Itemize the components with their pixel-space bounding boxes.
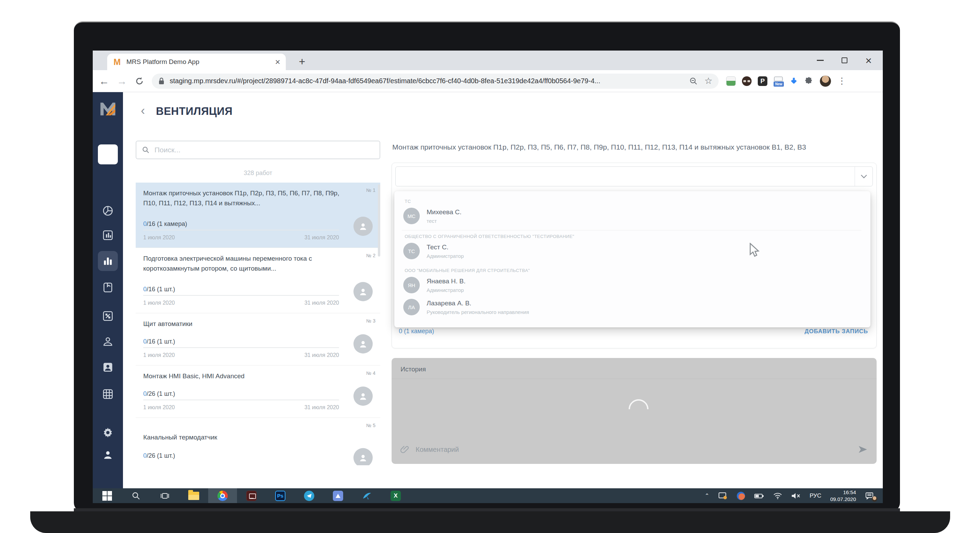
video-editor-button[interactable] (237, 488, 266, 503)
sidebar-item-settings-gear-icon[interactable] (102, 427, 114, 439)
tray-chevron-icon[interactable]: ⌃ (705, 492, 709, 499)
assignee-avatar[interactable] (353, 386, 373, 406)
dropdown-person[interactable]: МС Михеева С. тест (402, 205, 861, 227)
extension-p-icon[interactable]: P (758, 77, 767, 86)
search-icon (142, 146, 150, 154)
dropdown-person[interactable]: ТС Тест С. Администратор (402, 240, 861, 262)
browser-tab[interactable]: M MRS Platform Demo App × (107, 54, 286, 70)
task-view-icon (160, 492, 170, 500)
tray-battery-icon[interactable] (754, 492, 764, 499)
sidebar-item-badge-icon[interactable] (102, 361, 114, 373)
work-item-dates: 1 июля 202031 июля 2020 (143, 404, 339, 410)
work-item[interactable]: № 3 Щит автоматики 0/16 (1 шт.) 1 июля 2… (136, 313, 380, 365)
tray-clock[interactable]: 16:54 09.07.2020 (830, 489, 856, 503)
extensions-puzzle-icon[interactable] (805, 77, 813, 86)
comment-row (401, 442, 868, 457)
back-button[interactable]: ‹ (141, 105, 145, 117)
work-item[interactable]: № 4 Монтаж HMI Basic, HMI Advanced 0/26 … (136, 365, 380, 418)
windows-logo-icon (102, 491, 112, 501)
file-explorer-button[interactable] (179, 488, 208, 503)
photoshop-button[interactable]: Ps (266, 488, 295, 503)
browser-tabstrip: M MRS Platform Demo App × + × (93, 51, 883, 70)
bird-app-button[interactable] (352, 488, 381, 503)
comment-input[interactable] (416, 446, 852, 453)
sidebar-item-bar-chart-icon[interactable] (102, 255, 114, 267)
tray-time: 16:54 (830, 489, 856, 496)
end-date: 31 июля 2020 (304, 235, 339, 241)
list-scrollbar[interactable] (378, 184, 380, 257)
assignee-select[interactable] (395, 166, 873, 187)
browser-menu-icon[interactable]: ⋮ (837, 76, 846, 86)
sidebar-item-widgets-icon[interactable] (102, 310, 114, 322)
taskbar-search[interactable] (122, 488, 150, 503)
extension-new-icon[interactable]: New (773, 77, 783, 86)
zoom-icon[interactable] (689, 77, 698, 85)
chrome-taskbar-button[interactable] (208, 488, 237, 503)
work-item-dates: 1 июля 202031 июля 2020 (143, 235, 339, 241)
assignee-avatar[interactable] (353, 334, 373, 354)
reload-icon[interactable] (135, 77, 144, 86)
back-icon[interactable]: ← (99, 76, 109, 86)
search-input[interactable] (154, 146, 374, 154)
work-item[interactable]: № 2 Подготовка электрической машины пере… (136, 248, 380, 313)
chevron-down-icon[interactable] (854, 167, 872, 186)
assignee-avatar[interactable] (353, 282, 373, 301)
mrs-logo[interactable] (95, 96, 121, 122)
card-bottom-row: 0 (1 камера) ДОБАВИТЬ ЗАПИСЬ (399, 328, 868, 335)
new-tab-button[interactable]: + (299, 55, 305, 68)
dropdown-person[interactable]: ЯН Янаева Н. В. Администратор (402, 274, 861, 297)
extension-mail-icon[interactable] (726, 77, 736, 86)
start-button[interactable] (93, 488, 122, 503)
dropdown-person[interactable]: ЛА Лазарева А. В. Руководитель региональ… (402, 297, 861, 318)
restore-icon[interactable] (842, 57, 847, 63)
tray-language[interactable]: РУС (810, 492, 821, 499)
assignee-avatar[interactable] (353, 448, 373, 465)
person-initials-avatar: МС (403, 208, 420, 224)
sidebar-item-grid-icon[interactable] (102, 388, 114, 400)
bookmark-star-icon[interactable]: ☆ (705, 76, 713, 86)
address-bar[interactable]: staging.mp.mrsdev.ru/#/project/28989714-… (152, 73, 719, 89)
send-icon[interactable] (858, 445, 868, 453)
work-item-number: № 3 (366, 318, 375, 324)
work-item[interactable]: № 5 Канальный термодатчик 0/26 (1 шт.) (136, 418, 380, 465)
sidebar-item-profile-icon[interactable] (102, 449, 114, 461)
tray-wifi-icon[interactable] (773, 492, 782, 499)
assignee-avatar[interactable] (353, 217, 373, 236)
tray-volume-muted-icon[interactable] (791, 492, 801, 499)
person-role: Администратор (426, 287, 465, 293)
sidebar-item-chart-board-icon[interactable] (102, 229, 114, 241)
work-item-progress: 0/16 (1 шт.) (143, 338, 175, 345)
windows-taskbar: Ps X ⌃ РУС 16:54 09.07.2020 (93, 488, 883, 503)
person-icon (358, 287, 368, 297)
person-icon (358, 453, 368, 463)
sidebar-item-pie-chart-icon[interactable] (102, 205, 114, 217)
telegram-button[interactable] (295, 488, 324, 503)
person-icon (358, 222, 368, 231)
progress-track (143, 295, 339, 296)
sidebar-company-tile[interactable] (98, 144, 118, 164)
cloud-app-button[interactable] (324, 488, 352, 503)
profile-avatar[interactable] (819, 75, 831, 87)
attach-icon[interactable] (401, 445, 409, 454)
work-list-panel: 328 работ № 1 Монтаж приточных установок… (136, 138, 380, 465)
work-item-number: № 5 (366, 423, 375, 428)
sidebar-item-journal-icon[interactable] (102, 282, 114, 293)
start-date: 1 июля 2020 (143, 404, 175, 410)
close-icon[interactable]: × (865, 57, 872, 64)
tray-color-app-icon[interactable] (737, 492, 745, 500)
excel-button[interactable]: X (381, 488, 410, 503)
add-record-button[interactable]: ДОБАВИТЬ ЗАПИСЬ (805, 328, 868, 335)
work-item[interactable]: № 1 Монтаж приточных установок П1р, П2р,… (136, 183, 380, 248)
tray-display-icon[interactable] (718, 492, 728, 500)
search-box[interactable] (136, 140, 380, 159)
sidebar-item-user-icon[interactable] (102, 336, 114, 347)
work-item-title: Монтаж приточных установок П1р, П2р, П3,… (143, 188, 348, 208)
extension-glasses-icon[interactable] (742, 77, 752, 86)
folder-icon (188, 492, 199, 500)
history-panel: История (391, 358, 877, 464)
task-view-button[interactable] (150, 488, 179, 503)
forward-icon[interactable]: → (117, 76, 127, 86)
minimize-icon[interactable] (817, 60, 824, 61)
tab-close-icon[interactable]: × (275, 57, 280, 67)
download-arrow-icon[interactable] (789, 77, 798, 86)
